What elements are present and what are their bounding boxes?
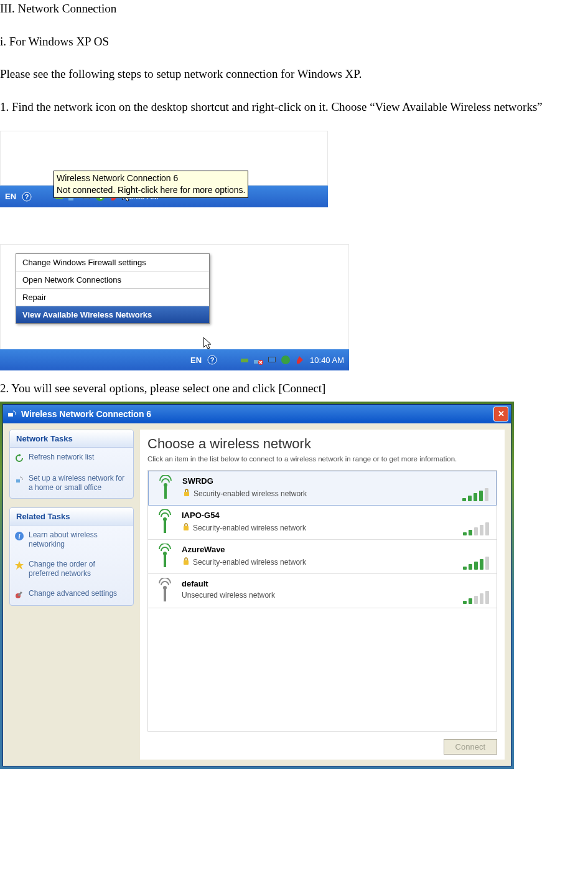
- svg-text:?: ?: [210, 356, 215, 364]
- svg-rect-22: [164, 486, 167, 499]
- svg-rect-27: [474, 493, 477, 501]
- titlebar[interactable]: Wireless Network Connection 6 ✕: [3, 405, 511, 423]
- lock-icon: [182, 522, 190, 533]
- network-item[interactable]: IAPO-G54Security-enabled wireless networ…: [148, 506, 497, 540]
- taskbar: EN ? 10:40 AM: [0, 349, 349, 370]
- svg-rect-26: [468, 496, 472, 501]
- sidebar-header-network-tasks: Network Tasks: [10, 430, 133, 448]
- wireless-setup-icon: [14, 474, 25, 485]
- cursor-icon: [202, 336, 213, 354]
- link-refresh-network[interactable]: Refresh network list: [10, 448, 133, 469]
- lock-icon: [182, 557, 190, 567]
- screenshot-context-menu: Change Windows Firewall settings Open Ne…: [0, 244, 349, 370]
- svg-point-47: [163, 586, 167, 590]
- intro-text: Please see the following steps to setup …: [0, 65, 588, 83]
- svg-rect-36: [480, 525, 483, 535]
- network-security: Unsecured wireless network: [182, 591, 453, 600]
- language-indicator[interactable]: EN: [5, 192, 16, 201]
- network-item[interactable]: AzureWaveSecurity-enabled wireless netwo…: [148, 540, 497, 574]
- svg-rect-11: [254, 360, 259, 364]
- svg-rect-35: [474, 527, 478, 535]
- step-1-text: 1. Find the network icon on the desktop …: [0, 98, 588, 116]
- antenna-icon: [154, 544, 175, 570]
- svg-rect-25: [462, 498, 466, 501]
- lock-icon: [182, 488, 191, 499]
- display-icon[interactable]: [266, 354, 278, 366]
- sync-icon[interactable]: [279, 354, 292, 366]
- svg-rect-10: [241, 359, 248, 362]
- main-subtext: Click an item in the list below to conne…: [140, 454, 505, 471]
- svg-text:?: ?: [25, 193, 29, 200]
- svg-rect-40: [184, 560, 189, 565]
- screenshot-tray-tooltip: Wireless Network Connection 6 Not connec…: [0, 131, 328, 232]
- signal-strength-icon: [459, 509, 490, 535]
- network-list: SWRDGSecurity-enabled wireless networkIA…: [147, 470, 497, 731]
- svg-rect-50: [474, 596, 478, 604]
- link-advanced-settings[interactable]: Change advanced settings: [10, 584, 133, 605]
- sidebar: Network Tasks Refresh network list Set u…: [9, 430, 134, 760]
- link-change-order[interactable]: Change the order of preferred networks: [10, 555, 133, 584]
- network-name: default: [182, 579, 453, 588]
- menu-item-view-networks[interactable]: View Available Wireless Networks: [16, 306, 209, 323]
- network-name: SWRDG: [182, 476, 452, 486]
- svg-rect-42: [469, 564, 472, 570]
- language-indicator[interactable]: EN: [190, 356, 202, 365]
- network-item[interactable]: defaultUnsecured wireless network: [148, 574, 497, 608]
- link-learn-wireless[interactable]: i Learn about wireless networking: [10, 525, 133, 555]
- svg-rect-49: [469, 598, 472, 604]
- antivirus-icon[interactable]: [293, 354, 306, 366]
- svg-point-39: [163, 552, 167, 555]
- network-name: AzureWave: [182, 545, 453, 554]
- clock[interactable]: 10:40 AM: [310, 356, 344, 365]
- close-button[interactable]: ✕: [493, 407, 508, 422]
- svg-point-31: [163, 517, 167, 521]
- svg-rect-24: [184, 492, 189, 496]
- wireless-disconnected-icon[interactable]: [252, 354, 264, 366]
- network-security: Security-enabled wireless network: [182, 557, 453, 567]
- sidebar-header-related-tasks: Related Tasks: [10, 508, 133, 525]
- svg-rect-16: [8, 413, 13, 417]
- menu-item-repair[interactable]: Repair: [16, 289, 209, 306]
- svg-rect-45: [485, 557, 489, 570]
- svg-rect-32: [184, 526, 189, 530]
- svg-rect-51: [480, 593, 483, 604]
- wireless-window-icon: [6, 408, 18, 420]
- svg-rect-48: [463, 601, 467, 604]
- svg-rect-41: [463, 567, 467, 570]
- svg-rect-34: [469, 530, 472, 535]
- antenna-icon: [155, 475, 176, 501]
- svg-rect-30: [164, 520, 166, 533]
- signal-strength-icon: [459, 475, 490, 501]
- svg-point-15: [281, 356, 290, 364]
- main-panel: Choose a wireless network Click an item …: [140, 430, 505, 760]
- wireless-dialog-window: Wireless Network Connection 6 ✕ Network …: [2, 404, 511, 766]
- network-name: IAPO-G54: [182, 511, 453, 520]
- network-item[interactable]: SWRDGSecurity-enabled wireless network: [148, 471, 497, 506]
- connect-button[interactable]: Connect: [444, 739, 497, 755]
- section-heading: III. Network Connection: [0, 0, 588, 18]
- menu-item-firewall[interactable]: Change Windows Firewall settings: [16, 254, 209, 271]
- antenna-icon: [154, 578, 175, 604]
- menu-item-open-connections[interactable]: Open Network Connections: [16, 271, 209, 289]
- link-setup-network[interactable]: Set up a wireless network for a home or …: [10, 469, 133, 498]
- star-icon: [14, 560, 25, 571]
- signal-strength-icon: [459, 578, 490, 604]
- svg-rect-44: [480, 559, 483, 570]
- sidebar-group-related-tasks: Related Tasks i Learn about wireless net…: [9, 507, 134, 606]
- svg-rect-43: [474, 562, 478, 570]
- help-icon[interactable]: ?: [21, 191, 33, 203]
- window-title: Wireless Network Connection 6: [21, 409, 151, 419]
- svg-rect-17: [16, 479, 20, 483]
- svg-point-23: [164, 483, 167, 487]
- refresh-icon: [14, 453, 25, 464]
- signal-strength-icon: [459, 544, 490, 570]
- network-security: Security-enabled wireless network: [182, 522, 453, 533]
- svg-rect-37: [485, 522, 489, 535]
- screenshot-wireless-dialog: Wireless Network Connection 6 ✕ Network …: [0, 402, 514, 769]
- main-heading: Choose a wireless network: [140, 430, 505, 454]
- safely-remove-icon[interactable]: [238, 354, 251, 366]
- help-icon[interactable]: ?: [206, 354, 218, 366]
- svg-rect-52: [485, 591, 489, 604]
- step-2-text: 2. You will see several options, please …: [0, 380, 588, 398]
- svg-rect-14: [269, 357, 275, 362]
